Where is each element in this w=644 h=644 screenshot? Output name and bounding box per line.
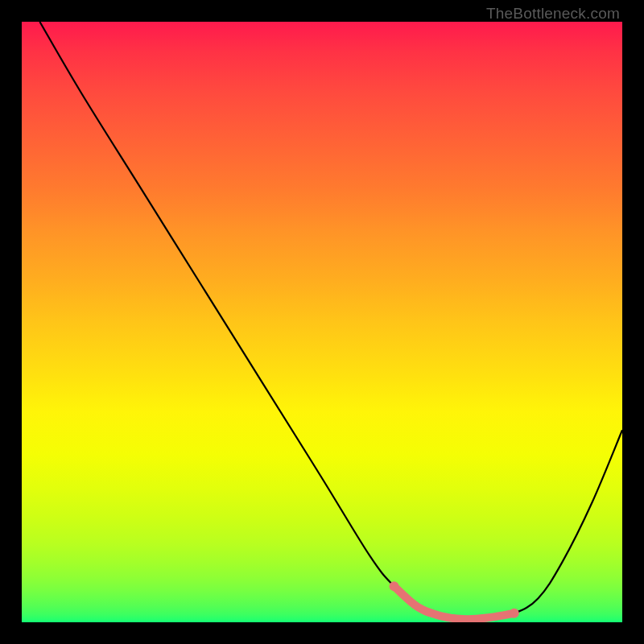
chart-frame [22, 22, 622, 622]
chart-svg [22, 22, 622, 622]
optimal-range-start-dot [390, 581, 399, 591]
watermark-text: TheBottleneck.com [486, 5, 620, 23]
optimal-range-highlight [394, 586, 514, 619]
optimal-range-end-dot [510, 609, 519, 618]
bottleneck-curve [39, 22, 622, 619]
